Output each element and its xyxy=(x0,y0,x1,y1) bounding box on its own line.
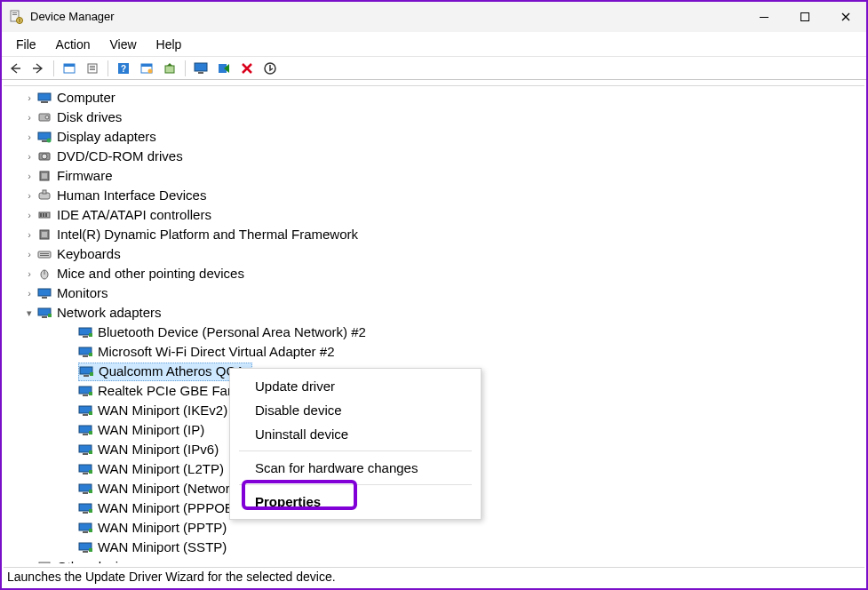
svg-rect-75 xyxy=(89,470,92,474)
close-button[interactable] xyxy=(825,3,866,31)
disk-icon xyxy=(37,110,52,124)
toolbar-scan-hardware-button[interactable] xyxy=(137,60,156,77)
menu-action[interactable]: Action xyxy=(47,34,100,55)
expand-chevron-icon[interactable]: › xyxy=(23,228,36,241)
svg-rect-43 xyxy=(40,253,49,254)
toolbar-remove-button[interactable] xyxy=(237,60,257,77)
toolbar-back-button[interactable] xyxy=(5,60,25,77)
toolbar-properties-button[interactable] xyxy=(83,60,102,77)
expand-chevron-icon[interactable]: ▾ xyxy=(23,307,36,319)
tree-device-item[interactable]: Bluetooth Device (Personal Area Network)… xyxy=(4,323,864,342)
tree-category[interactable]: ›Human Interface Devices xyxy=(4,186,864,205)
tree-category-label: Other devices xyxy=(57,557,139,563)
window-title: Device Manager xyxy=(30,10,115,23)
ctx-disable-device[interactable]: Disable device xyxy=(230,398,481,422)
tree-category[interactable]: ›Computer xyxy=(4,88,864,108)
expand-chevron-icon[interactable]: › xyxy=(23,189,36,202)
svg-rect-74 xyxy=(83,473,88,474)
tree-device-label: WAN Miniport (PPPOE) xyxy=(98,498,238,518)
tree-category[interactable]: ›Firmware xyxy=(4,166,864,186)
tree-device-label: WAN Miniport (SSTP) xyxy=(98,538,227,557)
ctx-properties[interactable]: Properties xyxy=(230,490,481,514)
tree-category[interactable]: ›Display adapters xyxy=(4,127,864,147)
svg-rect-2 xyxy=(12,14,17,15)
menu-help[interactable]: Help xyxy=(147,34,191,55)
svg-rect-39 xyxy=(45,213,47,217)
menu-file[interactable]: File xyxy=(7,34,45,55)
tree-device-item[interactable]: WAN Miniport (PPTP) xyxy=(4,518,864,538)
expand-chevron-icon[interactable]: › xyxy=(23,209,36,221)
tree-category[interactable]: ›Intel(R) Dynamic Platform and Thermal F… xyxy=(4,225,864,244)
network-adapter-icon xyxy=(78,325,92,339)
expand-chevron-icon[interactable]: › xyxy=(23,248,36,260)
svg-rect-59 xyxy=(84,375,89,377)
tree-category[interactable]: ›!Other devices xyxy=(4,557,864,563)
svg-rect-50 xyxy=(42,316,47,318)
svg-point-31 xyxy=(42,154,47,159)
svg-rect-20 xyxy=(198,72,203,74)
tree-category[interactable]: ▾Network adapters xyxy=(4,303,864,323)
keyboard-icon xyxy=(37,247,52,261)
svg-point-17 xyxy=(148,68,153,73)
svg-rect-53 xyxy=(83,336,88,338)
network-adapter-icon xyxy=(78,345,92,359)
menu-view[interactable]: View xyxy=(100,34,145,55)
svg-rect-51 xyxy=(48,314,52,317)
svg-rect-63 xyxy=(89,392,92,395)
svg-point-29 xyxy=(47,139,52,143)
tree-device-item[interactable]: WAN Miniport (SSTP) xyxy=(4,538,864,557)
tree-device-label: Bluetooth Device (Personal Area Network)… xyxy=(98,323,366,342)
svg-rect-54 xyxy=(89,333,92,337)
expand-chevron-icon[interactable]: › xyxy=(23,170,36,182)
ide-icon xyxy=(37,208,52,222)
toolbar-enable-device-button[interactable] xyxy=(214,60,234,77)
svg-rect-47 xyxy=(38,289,51,296)
tree-category[interactable]: ›Monitors xyxy=(4,283,864,303)
network-adapter-icon xyxy=(78,521,92,535)
tree-category-label: Disk drives xyxy=(57,108,122,127)
svg-rect-48 xyxy=(42,297,47,299)
tree-category[interactable]: ›DVD/CD-ROM drives xyxy=(4,147,864,166)
svg-rect-24 xyxy=(41,101,48,103)
tree-category[interactable]: ›Mice and other pointing devices xyxy=(4,264,864,283)
expand-chevron-icon[interactable]: › xyxy=(23,150,36,163)
tree-category-label: DVD/CD-ROM drives xyxy=(57,147,183,166)
toolbar-forward-button[interactable] xyxy=(28,60,48,77)
ctx-uninstall-device[interactable]: Uninstall device xyxy=(230,422,481,446)
toolbar-monitor-button[interactable] xyxy=(191,60,211,77)
svg-rect-1 xyxy=(12,12,17,13)
svg-rect-84 xyxy=(89,529,92,532)
maximize-button[interactable] xyxy=(784,3,825,31)
tree-category-label: IDE ATA/ATAPI controllers xyxy=(57,205,211,225)
toolbar: ? xyxy=(2,57,866,80)
tree-category[interactable]: ›Disk drives xyxy=(4,108,864,127)
toolbar-update-driver-button[interactable] xyxy=(160,60,179,77)
expand-chevron-icon[interactable]: › xyxy=(23,561,36,563)
ctx-scan-hardware[interactable]: Scan for hardware changes xyxy=(230,456,481,480)
titlebar: Device Manager xyxy=(2,2,866,32)
app-icon xyxy=(9,10,23,24)
svg-rect-5 xyxy=(760,17,768,18)
toolbar-show-hidden-button[interactable] xyxy=(60,60,79,77)
expand-chevron-icon[interactable]: › xyxy=(23,111,36,124)
expand-chevron-icon[interactable]: › xyxy=(23,92,36,104)
tree-device-item[interactable]: Microsoft Wi-Fi Direct Virtual Adapter #… xyxy=(4,342,864,362)
toolbar-uninstall-button[interactable] xyxy=(260,60,280,77)
expand-chevron-icon[interactable]: › xyxy=(23,287,36,299)
svg-point-26 xyxy=(45,116,49,119)
toolbar-help-button[interactable]: ? xyxy=(114,60,133,77)
chip-icon xyxy=(37,227,52,242)
svg-rect-87 xyxy=(89,548,92,552)
tree-category[interactable]: ›Keyboards xyxy=(4,244,864,264)
tree-category-label: Intel(R) Dynamic Platform and Thermal Fr… xyxy=(57,225,358,244)
expand-chevron-icon[interactable]: › xyxy=(23,267,36,280)
tree-device-label: WAN Miniport (L2TP) xyxy=(98,459,224,479)
tree-category[interactable]: ›IDE ATA/ATAPI controllers xyxy=(4,205,864,225)
tree-category-label: Monitors xyxy=(57,283,108,303)
expand-chevron-icon[interactable]: › xyxy=(23,131,36,143)
minimize-button[interactable] xyxy=(744,3,784,31)
menubar: File Action View Help xyxy=(2,32,866,57)
svg-rect-37 xyxy=(40,213,42,217)
ctx-update-driver[interactable]: Update driver xyxy=(230,374,481,398)
svg-rect-86 xyxy=(83,551,88,553)
